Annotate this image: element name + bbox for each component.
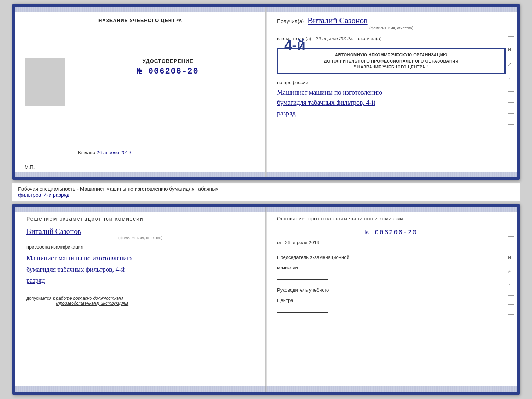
deco-arrow: ← <box>508 76 514 81</box>
b-deco-line-6 <box>508 324 514 324</box>
rukovoditel-signature-line <box>277 312 328 313</box>
bottom-name: Виталий Сазонов <box>26 227 254 236</box>
qualification-line1: Машинист машины по изготовлению <box>26 253 254 264</box>
stamp-line2: ДОПОЛНИТЕЛЬНОГО ПРОФЕССИОНАЛЬНОГО ОБРАЗО… <box>284 58 499 64</box>
poluchil-name: Виталий Сазонов <box>308 16 367 25</box>
vydano-date: 26 апреля 2019 <box>97 150 131 155</box>
dopusk-prefix: допускается к <box>26 296 55 301</box>
bottom-left-panel: Решением экзаменационной комиссии Витали… <box>15 207 266 392</box>
training-center-label: НАЗВАНИЕ УЧЕБНОГО ЦЕНТРА <box>46 18 234 25</box>
ot-date-value: 26 апреля 2019 <box>285 240 320 245</box>
protocol-number: № 006206-20 <box>277 229 506 236</box>
deco-line-1 <box>508 36 514 37</box>
deco-line-4 <box>508 113 514 114</box>
page-container: НАЗВАНИЕ УЧЕБНОГО ЦЕНТРА УДОСТОВЕРЕНИЕ №… <box>0 0 532 399</box>
predsedatel-block: Председатель экзаменационной комиссии <box>277 254 506 280</box>
fio-label-top: (фамилия, имя, отчество) <box>277 26 506 30</box>
bottom-right-decorations: И ,а ← <box>508 236 514 324</box>
cert-spine <box>266 7 267 177</box>
rukovoditel-label1: Руководитель учебного <box>277 287 506 293</box>
profession-line3: разряд <box>277 108 506 119</box>
ot-label: от <box>277 240 282 245</box>
predsedatel-label1: Председатель экзаменационной <box>277 254 506 260</box>
middle-text-underline: фильтров, 4-й разряд <box>18 192 69 198</box>
vydano-line: Выдано 26 апреля 2019 <box>78 150 131 155</box>
bottom-cert-spine <box>266 207 267 392</box>
prisvoena-label: присвоена квалификация <box>26 244 254 250</box>
vtom-date: 26 апреля 2019г. <box>316 36 353 41</box>
dopuskaetsya-block: допускается к работе согласно должностны… <box>26 296 254 306</box>
udostoverenie-title: УДОСТОВЕРЕНИЕ <box>78 58 258 64</box>
b-deco-arrow: ← <box>508 282 514 286</box>
po-professii: по профессии <box>277 80 506 85</box>
top-certificate: НАЗВАНИЕ УЧЕБНОГО ЦЕНТРА УДОСТОВЕРЕНИЕ №… <box>12 4 520 180</box>
profession-line1: Машинист машины по изготовлению <box>277 87 506 98</box>
deco-line-3 <box>508 102 514 103</box>
stamp-line3: " НАЗВАНИЕ УЧЕБНОГО ЦЕНТРА " <box>284 64 499 70</box>
deco-a: ,а <box>508 62 514 66</box>
bottom-fio-label: (фамилия, имя, отчество) <box>26 236 254 240</box>
mp-label: М.П. <box>25 164 35 170</box>
okonchil: окончил(а) <box>358 36 382 41</box>
b-deco-line-2 <box>508 246 514 246</box>
resheniem-title: Решением экзаменационной комиссии <box>26 216 254 222</box>
udostoverenie-block: УДОСТОВЕРЕНИЕ № 006206-20 <box>78 58 258 76</box>
deco-i: И <box>508 47 514 51</box>
qualification-line3: разряд <box>26 275 254 286</box>
deco-line-2 <box>508 91 514 92</box>
poluchil-prefix: Получил(а) <box>277 18 304 24</box>
b-deco-line-1 <box>508 236 514 237</box>
vtom-line: в том, что он(а) 26 апреля 2019г. окончи… <box>277 36 506 41</box>
rukovoditel-label2: Центра <box>277 298 506 303</box>
right-decorations: И ,а ← <box>508 36 514 125</box>
b-deco-a: ,а <box>508 268 514 273</box>
rukovoditel-block: Руководитель учебного Центра <box>277 287 506 313</box>
ot-date: от 26 апреля 2019 <box>277 240 506 245</box>
middle-text-main: Рабочая специальность - Машинист машины … <box>18 186 218 192</box>
qualification-line2: бумагидля табачных фильтров, 4-й <box>26 264 254 275</box>
dopusk-value: работе согласно должностным <box>56 296 123 301</box>
middle-text-strip: Рабочая специальность - Машинист машины … <box>12 183 520 201</box>
dash-1: – <box>371 19 374 25</box>
vydano-label: Выдано <box>78 150 95 155</box>
cert-left-panel: НАЗВАНИЕ УЧЕБНОГО ЦЕНТРА УДОСТОВЕРЕНИЕ №… <box>15 7 266 177</box>
b-deco-line-3 <box>508 295 514 296</box>
bottom-certificate: Решением экзаменационной комиссии Витали… <box>12 204 520 395</box>
predsedatel-label2: комиссии <box>277 265 506 270</box>
b-deco-line-4 <box>508 304 514 305</box>
bottom-right-panel: Основание: протокол экзаменационной коми… <box>266 207 517 392</box>
osnovanie-title: Основание: протокол экзаменационной коми… <box>277 216 506 221</box>
udostoverenie-number: № 006206-20 <box>78 67 258 76</box>
dopusk-value2: (производственным) инструкциям <box>56 301 128 306</box>
b-deco-line-5 <box>508 314 514 315</box>
deco-line-5 <box>508 124 514 125</box>
profession-line2: бумагидля табачных фильтров, 4-й <box>277 97 506 108</box>
cert-right-panel: Получил(а) Виталий Сазонов – (фамилия, и… <box>266 7 517 177</box>
predsedatel-signature-line <box>277 279 328 280</box>
photo-placeholder <box>25 58 65 106</box>
b-deco-i: И <box>508 255 514 260</box>
stamp-box: АВТОНОМНУЮ НЕКОММЕРЧЕСКУЮ ОРГАНИЗАЦИЮ ДО… <box>277 48 506 74</box>
stamp-line1: АВТОНОМНУЮ НЕКОММЕРЧЕСКУЮ ОРГАНИЗАЦИЮ <box>284 52 499 58</box>
